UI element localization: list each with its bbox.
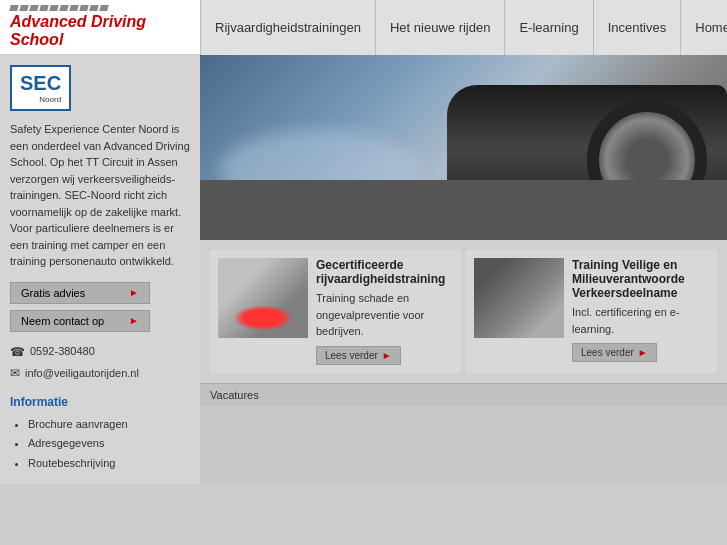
stripe — [89, 5, 99, 11]
gratis-advies-label: Gratis advies — [21, 287, 85, 299]
arrow-icon: ► — [638, 347, 648, 358]
card-text-1: Gecertificeerde rijvaardigheidstraining … — [316, 258, 453, 365]
stripe — [49, 5, 59, 11]
gratis-advies-button[interactable]: Gratis advies ► — [10, 282, 150, 304]
phone-number: 0592-380480 — [30, 342, 95, 362]
nav-nieuwe-rijden[interactable]: Het nieuwe rijden — [376, 0, 505, 55]
hero-image — [200, 55, 727, 240]
stripe — [19, 5, 29, 11]
logo-area: Advanced Driving School — [0, 0, 200, 54]
stripe — [69, 5, 79, 11]
card-image-1 — [218, 258, 308, 338]
card-rijvaardigheid: Gecertificeerde rijvaardigheidstraining … — [210, 250, 461, 373]
email-address[interactable]: info@veiligautorijden.nl — [25, 364, 139, 384]
stripe — [29, 5, 39, 11]
card-title-1: Gecertificeerde rijvaardigheidstraining — [316, 258, 453, 286]
sec-logo-text: SEC — [20, 72, 61, 94]
nav-incentives[interactable]: Incentives — [594, 0, 682, 55]
email-icon: ✉ — [10, 363, 20, 385]
stripe — [99, 5, 109, 11]
nav-elearning[interactable]: E-learning — [505, 0, 593, 55]
arrow-icon: ► — [129, 315, 139, 326]
nav-home[interactable]: Home — [681, 0, 727, 55]
card-desc-2: Incl. certificering en e-learning. — [572, 304, 709, 337]
card-image-2 — [474, 258, 564, 338]
info-item-brochure[interactable]: Brochure aanvragen — [28, 415, 190, 435]
footer-bar: Vacatures — [200, 383, 727, 406]
stripe — [39, 5, 49, 11]
info-item-route[interactable]: Routebeschrijving — [28, 454, 190, 474]
read-more-button-1[interactable]: Lees verder ► — [316, 346, 401, 365]
cards-section: Gecertificeerde rijvaardigheidstraining … — [200, 240, 727, 383]
read-more-label-2: Lees verder — [581, 347, 634, 358]
phone-icon: ☎ — [10, 342, 25, 364]
stripe — [59, 5, 69, 11]
stripe — [79, 5, 89, 11]
header: Advanced Driving School Rijvaardigheidst… — [0, 0, 727, 55]
contact-info: ☎ 0592-380480 ✉ info@veiligautorijden.nl — [10, 342, 190, 385]
site-title: Advanced Driving School — [10, 13, 190, 49]
vacatures-link[interactable]: Vacatures — [210, 389, 259, 401]
card-title-2: Training Veilige en Milieu­verantwoorde … — [572, 258, 709, 300]
sec-logo-sub: Noord — [20, 95, 61, 104]
card-desc-1: Training schade en ongevalpreventie voor… — [316, 290, 453, 340]
main-layout: SEC Noord Safety Experience Center Noord… — [0, 55, 727, 484]
main-nav: Rijvaardigheidstrainingen Het nieuwe rij… — [200, 0, 727, 55]
arrow-icon: ► — [382, 350, 392, 361]
card-text-2: Training Veilige en Milieu­verantwoorde … — [572, 258, 709, 365]
sidebar-info-section: Informatie Brochure aanvragen Adresgegev… — [10, 395, 190, 474]
info-list: Brochure aanvragen Adresgegevens Routebe… — [10, 415, 190, 474]
nav-rijvaardigheid[interactable]: Rijvaardigheidstrainingen — [200, 0, 376, 55]
read-more-button-2[interactable]: Lees verder ► — [572, 343, 657, 362]
header-stripes — [10, 5, 190, 11]
sec-logo: SEC Noord — [10, 65, 71, 111]
info-item-adres[interactable]: Adresgegevens — [28, 434, 190, 454]
content-area: Gecertificeerde rijvaardigheidstraining … — [200, 55, 727, 484]
card-veilig-rijden: Training Veilige en Milieu­verantwoorde … — [466, 250, 717, 373]
neem-contact-label: Neem contact op — [21, 315, 104, 327]
read-more-label-1: Lees verder — [325, 350, 378, 361]
email-row: ✉ info@veiligautorijden.nl — [10, 363, 190, 385]
sidebar-description: Safety Experience Center Noord is een on… — [10, 121, 190, 270]
info-heading: Informatie — [10, 395, 190, 409]
neem-contact-button[interactable]: Neem contact op ► — [10, 310, 150, 332]
sidebar: SEC Noord Safety Experience Center Noord… — [0, 55, 200, 484]
stripe — [9, 5, 19, 11]
phone-row: ☎ 0592-380480 — [10, 342, 190, 364]
road-decoration — [200, 180, 727, 240]
arrow-icon: ► — [129, 287, 139, 298]
